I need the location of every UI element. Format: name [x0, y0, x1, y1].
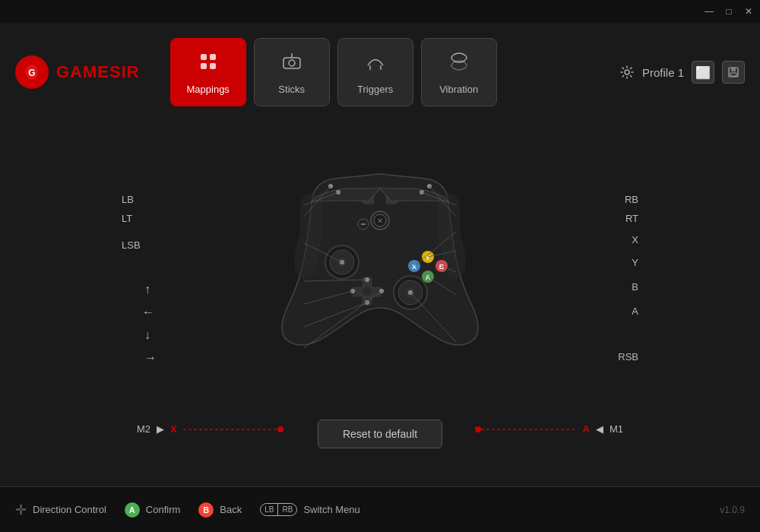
header: G GAMESIR Mappings	[0, 23, 760, 122]
vibration-icon	[448, 50, 470, 78]
svg-text:G: G	[28, 68, 35, 78]
label-LB: LB	[122, 194, 134, 205]
svg-rect-2	[201, 54, 207, 60]
label-up: ↑	[144, 283, 150, 296]
nav-tabs: Mappings Sticks Triggers	[170, 38, 604, 106]
tab-vibration-label: Vibration	[439, 84, 478, 95]
svg-rect-4	[201, 63, 207, 69]
profile-area: Profile 1 ⬜	[619, 61, 745, 84]
svg-point-69	[475, 426, 481, 432]
reset-button[interactable]: Reset to default	[318, 420, 442, 448]
tab-mappings-label: Mappings	[187, 84, 230, 95]
version-text: v1.0.9	[720, 505, 745, 515]
logo: G GAMESIR	[15, 55, 140, 89]
confirm-label: Confirm	[146, 504, 181, 515]
tab-triggers[interactable]: Triggers	[337, 38, 413, 106]
logo-text: GAMESIR	[56, 62, 140, 82]
svg-text:A: A	[426, 274, 431, 281]
svg-text:✕: ✕	[377, 217, 383, 225]
label-RB: RB	[625, 194, 638, 205]
label-X: X	[632, 234, 638, 245]
a-button-icon: A	[125, 502, 140, 518]
svg-text:X: X	[412, 263, 416, 271]
label-right: →	[144, 351, 157, 365]
direction-control-item: ✛ Direction Control	[15, 502, 106, 518]
svg-point-11	[625, 70, 629, 74]
m2-x-label: X	[170, 423, 177, 435]
m2-line	[183, 426, 290, 433]
direction-control-label: Direction Control	[33, 504, 106, 515]
svg-point-7	[289, 60, 295, 66]
back-label: Back	[220, 504, 242, 515]
m1-a-label: A	[583, 423, 590, 435]
svg-point-23	[363, 287, 372, 296]
svg-point-68	[277, 426, 283, 432]
m1-label: M1	[610, 423, 623, 435]
tab-triggers-label: Triggers	[357, 84, 393, 95]
m2-label: M2	[137, 423, 150, 435]
maximize-button[interactable]: □	[724, 6, 734, 17]
profile-copy-button[interactable]: ⬜	[692, 61, 714, 84]
svg-rect-14	[730, 73, 736, 76]
confirm-item: A Confirm	[125, 502, 181, 518]
svg-rect-6	[283, 58, 300, 68]
svg-rect-5	[210, 63, 216, 69]
m1-line	[470, 426, 577, 433]
switch-menu-item: LBRB Switch Menu	[260, 503, 360, 516]
label-B: B	[632, 281, 638, 293]
label-down: ↓	[144, 328, 150, 342]
m2-arrow: ▶	[157, 423, 164, 435]
svg-rect-3	[210, 54, 216, 60]
logo-icon: G	[15, 55, 49, 89]
tab-mappings[interactable]: Mappings	[170, 38, 246, 106]
label-RT: RT	[625, 213, 638, 224]
b-button-icon: B	[198, 502, 214, 518]
sticks-icon	[280, 50, 303, 78]
mappings-icon	[197, 50, 220, 78]
minimize-button[interactable]: —	[704, 6, 714, 17]
label-A: A	[632, 306, 638, 317]
m1-area: A ◀ M1	[470, 423, 623, 435]
controller-area: Y X B A ✕	[114, 122, 646, 448]
label-LSB: LSB	[122, 239, 141, 251]
svg-rect-13	[731, 68, 736, 71]
main-content: Y X B A ✕	[0, 122, 760, 486]
settings-icon	[619, 65, 635, 80]
tab-sticks-label: Sticks	[278, 84, 305, 95]
profile-save-button[interactable]	[722, 61, 745, 84]
profile-label: Profile 1	[642, 66, 684, 79]
close-button[interactable]: ✕	[743, 6, 754, 17]
label-left: ←	[142, 306, 154, 319]
bottom-bar: ✛ Direction Control A Confirm B Back LBR…	[0, 486, 760, 532]
m2-area: M2 ▶ X	[137, 423, 290, 435]
triggers-icon	[364, 50, 387, 78]
tab-vibration[interactable]: Vibration	[421, 38, 497, 106]
controller-svg: Y X B A ✕	[251, 144, 509, 357]
label-Y: Y	[632, 257, 638, 268]
switch-menu-label: Switch Menu	[303, 504, 359, 515]
titlebar: — □ ✕	[0, 0, 760, 23]
dpad-icon: ✛	[15, 502, 27, 518]
lb-rb-icon: LBRB	[260, 503, 297, 516]
tab-sticks[interactable]: Sticks	[254, 38, 330, 106]
m1-arrow: ◀	[596, 423, 603, 435]
label-RSB: RSB	[618, 351, 638, 363]
label-LT: LT	[122, 213, 132, 224]
back-item: B Back	[198, 502, 242, 518]
